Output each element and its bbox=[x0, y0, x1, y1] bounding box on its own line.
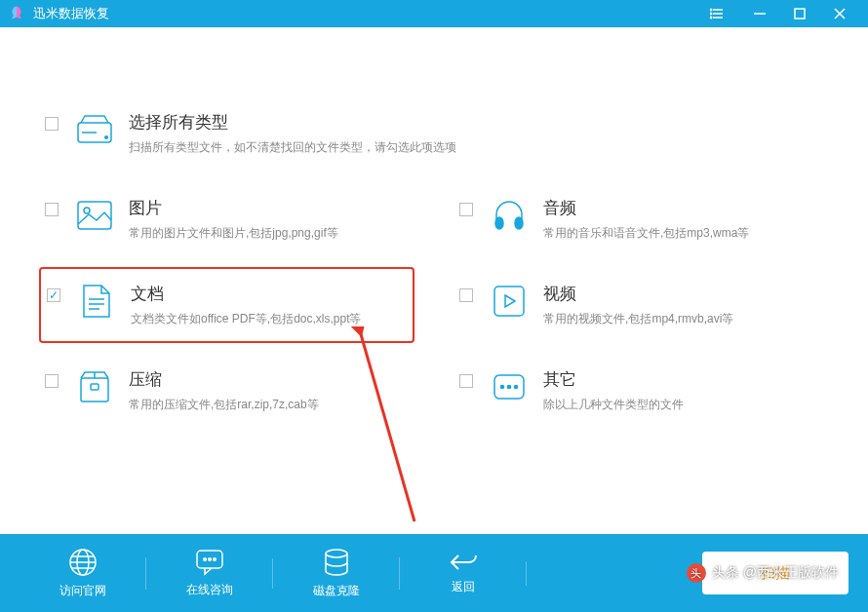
svg-point-15 bbox=[495, 217, 503, 229]
option-desc: 常用的图片文件和图片,包括jpg,png,gif等 bbox=[129, 225, 409, 242]
svg-point-11 bbox=[105, 136, 108, 139]
globe-icon bbox=[68, 548, 98, 577]
svg-point-35 bbox=[204, 557, 207, 560]
main-content: 选择所有类型 扫描所有类型文件，如不清楚找回的文件类型，请勾选此项选项 图片 常… bbox=[0, 27, 868, 419]
image-icon bbox=[76, 197, 113, 234]
option-desc: 除以上几种文件类型的文件 bbox=[543, 397, 823, 413]
option-title: 视频 bbox=[543, 283, 823, 305]
svg-point-27 bbox=[514, 385, 517, 388]
svg-point-25 bbox=[500, 385, 503, 388]
titlebar: 迅米数据恢复 bbox=[0, 0, 868, 27]
svg-point-14 bbox=[84, 208, 90, 213]
website-label: 访问官网 bbox=[59, 583, 106, 599]
menu-icon[interactable] bbox=[710, 6, 726, 21]
video-icon bbox=[491, 283, 528, 320]
maximize-icon[interactable] bbox=[794, 8, 806, 19]
svg-point-38 bbox=[326, 550, 347, 557]
option-title: 压缩 bbox=[129, 368, 409, 391]
svg-point-36 bbox=[209, 557, 212, 560]
app-title: 迅米数据恢复 bbox=[33, 5, 109, 22]
svg-point-5 bbox=[710, 17, 711, 18]
clone-button[interactable]: 磁盘克隆 bbox=[273, 548, 400, 599]
headphones-icon bbox=[491, 197, 528, 234]
back-label: 返回 bbox=[452, 579, 475, 595]
option-desc: 常用的压缩文件,包括rar,zip,7z,cab等 bbox=[129, 397, 409, 413]
option-title: 选择所有类型 bbox=[129, 111, 823, 134]
option-audio[interactable]: 音频 常用的音乐和语音文件,包括mp3,wma等 bbox=[454, 191, 829, 248]
option-title: 图片 bbox=[129, 197, 409, 219]
svg-point-37 bbox=[214, 557, 217, 560]
chat-button[interactable]: 在线咨询 bbox=[146, 549, 273, 598]
window-controls bbox=[710, 6, 860, 21]
option-desc: 文档类文件如office PDF等,包括doc,xls,ppt等 bbox=[131, 311, 407, 327]
chat-label: 在线咨询 bbox=[186, 582, 233, 598]
checkbox-video[interactable] bbox=[459, 288, 473, 302]
website-button[interactable]: 访问官网 bbox=[20, 548, 146, 599]
back-button[interactable]: 返回 bbox=[400, 552, 527, 595]
scan-button[interactable]: 扫描 bbox=[702, 552, 848, 594]
minimize-icon[interactable] bbox=[753, 7, 767, 20]
checkbox-other[interactable] bbox=[459, 374, 473, 388]
option-video[interactable]: 视频 常用的视频文件,包括mp4,rmvb,avi等 bbox=[454, 277, 829, 333]
option-all-types[interactable]: 选择所有类型 扫描所有类型文件，如不清楚找回的文件类型，请勾选此项选项 bbox=[39, 105, 829, 162]
option-desc: 常用的视频文件,包括mp4,rmvb,avi等 bbox=[543, 311, 823, 327]
app-logo-icon bbox=[8, 5, 25, 22]
svg-point-4 bbox=[710, 13, 711, 14]
svg-rect-7 bbox=[795, 9, 805, 19]
checkbox-audio[interactable] bbox=[459, 203, 473, 216]
option-archive[interactable]: 压缩 常用的压缩文件,包括rar,zip,7z,cab等 bbox=[39, 363, 414, 419]
chat-icon bbox=[195, 549, 224, 576]
back-icon bbox=[449, 552, 478, 573]
option-document[interactable]: 文档 文档类文件如office PDF等,包括doc,xls,ppt等 bbox=[39, 267, 414, 343]
other-icon bbox=[491, 368, 528, 405]
option-title: 文档 bbox=[131, 283, 407, 305]
svg-point-16 bbox=[515, 217, 523, 229]
checkbox-image[interactable] bbox=[45, 203, 59, 216]
svg-point-26 bbox=[507, 385, 510, 388]
checkbox-archive[interactable] bbox=[45, 374, 59, 388]
checkbox-document[interactable] bbox=[47, 288, 60, 302]
disk-icon bbox=[76, 111, 113, 148]
database-icon bbox=[323, 548, 350, 577]
option-title: 其它 bbox=[543, 368, 823, 391]
svg-rect-23 bbox=[91, 384, 99, 390]
option-desc: 扫描所有类型文件，如不清楚找回的文件类型，请勾选此项选项 bbox=[129, 139, 823, 156]
document-icon bbox=[78, 283, 115, 320]
option-image[interactable]: 图片 常用的图片文件和图片,包括jpg,png,gif等 bbox=[39, 191, 414, 248]
svg-rect-20 bbox=[494, 287, 524, 316]
clone-label: 磁盘克隆 bbox=[313, 583, 360, 599]
scan-label: 扫描 bbox=[761, 564, 790, 583]
option-other[interactable]: 其它 除以上几种文件类型的文件 bbox=[454, 363, 829, 419]
close-icon[interactable] bbox=[833, 7, 847, 20]
bottom-toolbar: 访问官网 在线咨询 磁盘克隆 返回 扫描 bbox=[0, 534, 868, 612]
checkbox-all[interactable] bbox=[45, 117, 59, 131]
svg-point-3 bbox=[710, 9, 711, 10]
option-title: 音频 bbox=[543, 197, 823, 219]
archive-icon bbox=[76, 368, 113, 405]
option-desc: 常用的音乐和语音文件,包括mp3,wma等 bbox=[543, 225, 823, 242]
